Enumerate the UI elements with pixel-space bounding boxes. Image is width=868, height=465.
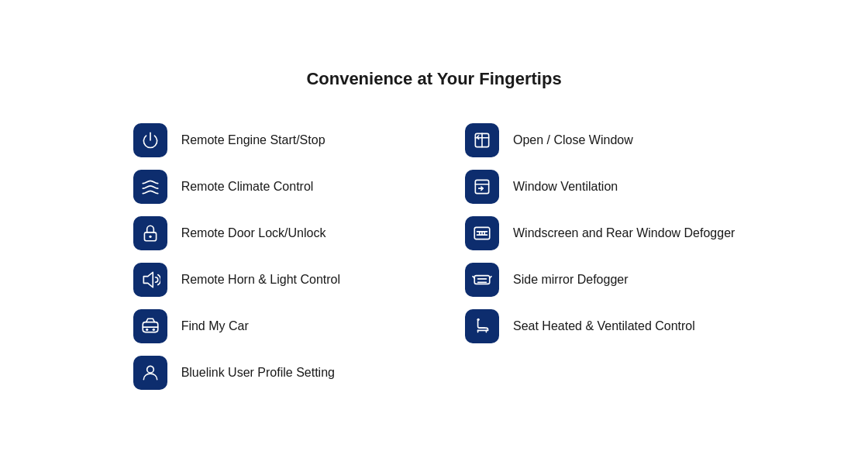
defogger-icon: [465, 216, 499, 250]
seat-icon: [465, 309, 499, 343]
features-right-column: Open / Close Window Window Ventilation: [465, 117, 735, 396]
mirror-defogger-label: Side mirror Defogger: [513, 273, 629, 287]
open-close-window-label: Open / Close Window: [513, 133, 633, 147]
climate-control-label: Remote Climate Control: [181, 180, 314, 194]
feature-engine-start-stop: Remote Engine Start/Stop: [133, 117, 403, 164]
mirror-defogger-icon: [465, 263, 499, 297]
feature-user-profile: Bluelink User Profile Setting: [133, 350, 403, 396]
feature-seat-control: Seat Heated & Ventilated Control: [465, 303, 735, 350]
user-profile-icon: [133, 356, 167, 390]
svg-point-5: [152, 329, 154, 331]
defogger-label: Windscreen and Rear Window Defogger: [513, 226, 735, 240]
features-grid: Remote Engine Start/Stop Remote Climate …: [133, 117, 735, 396]
feature-window-ventilation: Window Ventilation: [465, 164, 735, 210]
ventilation-icon: [465, 170, 499, 204]
feature-open-close-window: Open / Close Window: [465, 117, 735, 164]
svg-point-11: [477, 319, 480, 321]
page-title: Convenience at Your Fingertips: [306, 69, 561, 89]
power-icon: [133, 123, 167, 157]
feature-door-lock: Remote Door Lock/Unlock: [133, 210, 403, 257]
door-lock-label: Remote Door Lock/Unlock: [181, 226, 326, 240]
lock-icon: [133, 216, 167, 250]
find-car-label: Find My Car: [181, 319, 249, 333]
window-icon: [465, 123, 499, 157]
svg-point-6: [146, 366, 153, 373]
horn-light-icon: [133, 263, 167, 297]
feature-mirror-defogger: Side mirror Defogger: [465, 257, 735, 303]
svg-point-1: [149, 236, 151, 238]
page-container: Convenience at Your Fingertips Remote En…: [0, 0, 868, 465]
feature-find-car: Find My Car: [133, 303, 403, 350]
climate-icon: [133, 170, 167, 204]
svg-point-4: [146, 329, 148, 331]
seat-control-label: Seat Heated & Ventilated Control: [513, 319, 695, 333]
user-profile-label: Bluelink User Profile Setting: [181, 366, 335, 380]
feature-horn-light: Remote Horn & Light Control: [133, 257, 403, 303]
feature-climate-control: Remote Climate Control: [133, 164, 403, 210]
features-left-column: Remote Engine Start/Stop Remote Climate …: [133, 117, 403, 396]
horn-light-label: Remote Horn & Light Control: [181, 273, 340, 287]
engine-start-stop-label: Remote Engine Start/Stop: [181, 133, 326, 147]
window-ventilation-label: Window Ventilation: [513, 180, 618, 194]
svg-marker-2: [143, 272, 153, 288]
feature-defogger: Windscreen and Rear Window Defogger: [465, 210, 735, 257]
findcar-icon: [133, 309, 167, 343]
